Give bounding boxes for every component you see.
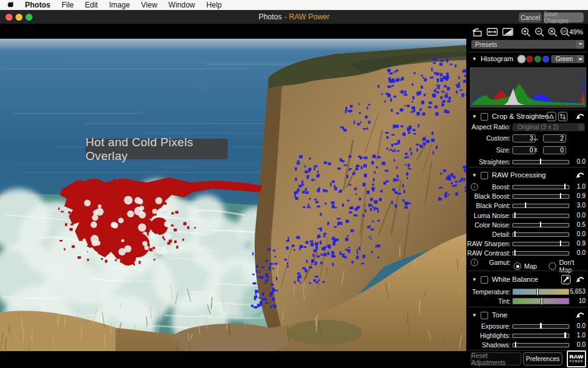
apple-menu[interactable] bbox=[0, 1, 19, 9]
luma-noise-slider-thumb[interactable] bbox=[514, 212, 516, 218]
disclosure-triangle-icon[interactable]: ▼ bbox=[472, 277, 477, 282]
crop-enable-checkbox[interactable] bbox=[481, 113, 488, 121]
temperature-slider[interactable] bbox=[512, 289, 569, 295]
black-point-value: 3.0 bbox=[564, 202, 586, 209]
menu-item-view[interactable]: View bbox=[135, 1, 163, 9]
black-boost-label: Black Boost: bbox=[467, 192, 511, 200]
tint-slider[interactable] bbox=[512, 298, 569, 304]
stepper-icon bbox=[578, 124, 584, 131]
menu-item-file[interactable]: File bbox=[56, 1, 79, 9]
straighten-slider-thumb[interactable] bbox=[540, 159, 542, 164]
undo-icon[interactable] bbox=[576, 275, 585, 284]
presets-label: Presets bbox=[475, 41, 497, 48]
custom-height-field[interactable]: 2 bbox=[543, 134, 566, 142]
temperature-value: 5,653 bbox=[564, 288, 586, 295]
boost-slider[interactable] bbox=[512, 185, 569, 189]
raw-contrast-slider-thumb[interactable] bbox=[514, 250, 516, 256]
gamut-radio-don-t-map[interactable] bbox=[549, 262, 556, 270]
black-boost-slider-thumb[interactable] bbox=[560, 193, 562, 199]
color-noise-slider[interactable] bbox=[512, 223, 569, 227]
luma-noise-slider[interactable] bbox=[512, 214, 569, 218]
reset-adjustments-button[interactable]: Reset Adjustments bbox=[471, 352, 521, 366]
channel-dot-green[interactable] bbox=[534, 56, 541, 62]
crop-section-header: ▼ Crop & Straighten bbox=[467, 112, 588, 122]
size-height-field[interactable]: 0 bbox=[543, 146, 566, 154]
aspect-ratio-dropdown[interactable]: Original (3 x 2) bbox=[512, 123, 585, 131]
tint-slider-thumb[interactable] bbox=[541, 297, 543, 305]
exposure-slider[interactable] bbox=[512, 324, 569, 329]
color-noise-row: Color Noise:0.5 bbox=[467, 221, 588, 229]
raw-contrast-row: RAW Contrast:0.0 bbox=[467, 249, 588, 257]
highlights-slider[interactable] bbox=[512, 334, 569, 338]
channel-dot-blue[interactable] bbox=[542, 56, 549, 62]
black-boost-slider[interactable] bbox=[512, 194, 569, 199]
straighten-slider[interactable] bbox=[512, 160, 569, 164]
detail-slider-thumb[interactable] bbox=[514, 231, 516, 237]
compare-before-after-icon[interactable] bbox=[502, 27, 514, 37]
boost-label: Boost: bbox=[467, 183, 511, 191]
eyedropper-icon[interactable] bbox=[561, 275, 571, 284]
raw-sharpen-value: 0.9 bbox=[564, 240, 586, 247]
black-point-slider-thumb[interactable] bbox=[525, 202, 527, 208]
menu-item-help[interactable]: Help bbox=[201, 1, 228, 9]
temperature-slider-thumb[interactable] bbox=[536, 288, 539, 296]
color-noise-value: 0.5 bbox=[564, 221, 586, 228]
zoom-out-icon[interactable] bbox=[534, 27, 546, 38]
shadows-slider[interactable] bbox=[512, 343, 569, 347]
luma-noise-row: Luma Noise:0.0 bbox=[467, 212, 588, 219]
raw-sharpen-slider[interactable] bbox=[512, 242, 569, 246]
divider bbox=[468, 109, 587, 110]
histogram-plot bbox=[469, 67, 587, 108]
black-point-slider[interactable] bbox=[512, 204, 569, 208]
shadows-slider-thumb[interactable] bbox=[515, 342, 517, 347]
presets-dropdown[interactable]: Presets bbox=[471, 40, 584, 49]
divider bbox=[468, 52, 587, 52]
cancel-button[interactable]: Cancel bbox=[519, 12, 542, 22]
exposure-value: 0.0 bbox=[564, 322, 586, 329]
wb-enable-checkbox[interactable] bbox=[481, 276, 488, 284]
straighten-value: 0.0 bbox=[564, 158, 586, 165]
color-noise-slider-thumb[interactable] bbox=[540, 222, 542, 227]
disclosure-triangle-icon[interactable]: ▼ bbox=[472, 56, 477, 62]
disclosure-triangle-icon[interactable]: ▼ bbox=[472, 172, 477, 178]
raw-contrast-slider[interactable] bbox=[512, 251, 569, 256]
raw-enable-checkbox[interactable] bbox=[481, 172, 488, 179]
flip-crop-icon[interactable] bbox=[547, 112, 556, 121]
menu-item-image[interactable]: Image bbox=[104, 1, 135, 9]
gamut-radio-map[interactable] bbox=[514, 262, 521, 270]
menu-item-edit[interactable]: Edit bbox=[79, 1, 104, 9]
size-width-field[interactable]: 0 bbox=[512, 146, 536, 154]
tint-row: Tint:10 bbox=[467, 297, 588, 305]
save-changes-button[interactable]: Save Changes bbox=[544, 12, 584, 22]
zoom-fit-icon[interactable] bbox=[547, 27, 559, 38]
undo-icon[interactable] bbox=[576, 311, 585, 320]
black-boost-value: 0.9 bbox=[564, 192, 586, 199]
raw-sharpen-slider-thumb[interactable] bbox=[560, 241, 562, 246]
channel-select[interactable]: Green bbox=[551, 55, 584, 63]
histogram-header: ▼ Histogram Green bbox=[467, 54, 588, 64]
image-canvas[interactable]: Hot and Cold Pixels Overlay bbox=[0, 24, 466, 368]
tone-enable-checkbox[interactable] bbox=[481, 312, 488, 319]
rotate-left-icon[interactable] bbox=[471, 27, 483, 37]
channel-dot-luminance[interactable] bbox=[518, 56, 525, 62]
preferences-button[interactable]: Preferences bbox=[523, 352, 562, 366]
menu-item-photos[interactable]: Photos bbox=[19, 1, 56, 9]
exposure-slider-thumb[interactable] bbox=[540, 323, 542, 329]
detail-slider[interactable] bbox=[512, 232, 569, 237]
shadows-label: Shadows: bbox=[467, 341, 511, 349]
disclosure-triangle-icon[interactable]: ▼ bbox=[472, 114, 477, 119]
raw-contrast-label: RAW Contrast: bbox=[467, 249, 511, 257]
channel-dot-red[interactable] bbox=[526, 56, 533, 62]
raw-section-header: ▼ RAW Processing bbox=[467, 171, 588, 181]
black-point-label: Black Point: bbox=[467, 202, 511, 209]
zoom-in-icon[interactable] bbox=[521, 27, 532, 38]
raw-contrast-value: 0.0 bbox=[564, 249, 586, 256]
gamut-label: Gamut: bbox=[467, 259, 511, 266]
swap-dimensions-icon[interactable]: ↔ bbox=[532, 134, 539, 142]
undo-icon[interactable] bbox=[576, 112, 585, 121]
crop-tool-icon[interactable] bbox=[558, 112, 567, 121]
flip-horizontal-icon[interactable] bbox=[486, 27, 498, 37]
undo-icon[interactable] bbox=[576, 171, 585, 180]
menu-item-window[interactable]: Window bbox=[163, 1, 201, 9]
disclosure-triangle-icon[interactable]: ▼ bbox=[472, 312, 477, 318]
